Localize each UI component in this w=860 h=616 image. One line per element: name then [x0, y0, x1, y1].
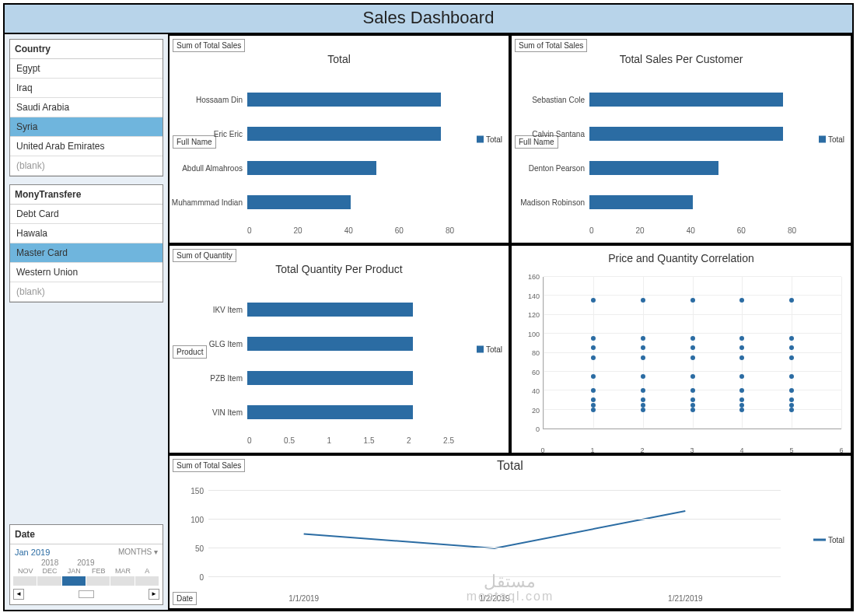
date-month-label: A [135, 567, 159, 575]
scatter-point [591, 403, 596, 408]
x-tick-label: 2.5 [443, 436, 454, 445]
x-tick-label: 20 [294, 226, 302, 235]
bar-category-label: IKV Item [170, 306, 247, 314]
line-series [304, 511, 686, 548]
scatter-point [591, 388, 596, 393]
x-tick-label: 1/21/2019 [668, 594, 703, 603]
date-month-label: MAR [110, 567, 135, 575]
date-month-label: DEC [37, 567, 61, 575]
chart-total-title: Total [170, 53, 509, 65]
sidebar: Country EgyptIraqSaudi ArabiaSyriaUnited… [5, 34, 168, 610]
date-scroll-handle[interactable] [79, 590, 94, 598]
slicer-country-item[interactable]: United Arab Emirates [10, 137, 163, 156]
bar-category-label: Sebastian Cole [512, 96, 589, 104]
bar [247, 195, 351, 209]
x-tick-label: 20 [636, 226, 645, 235]
bar [247, 303, 413, 317]
scatter-point [690, 397, 695, 402]
scatter-point [641, 355, 645, 360]
charts-area: Sum of Total Sales Total Full Name Total… [168, 34, 852, 610]
chart-total-panel: Sum of Total Sales Total Full Name Total… [168, 34, 510, 244]
slicer-country-item[interactable]: Egypt [10, 59, 163, 79]
x-tick-label: 2 [407, 436, 411, 445]
scatter-point [690, 408, 695, 412]
bar [247, 161, 376, 175]
x-tick-label: 1.5 [364, 436, 375, 445]
chart-line-axis-label: Date [173, 592, 197, 605]
bar-category-label: Denton Pearson [512, 164, 589, 173]
date-year-0: 2018 [41, 558, 58, 567]
chart-total-legend: Total [477, 135, 502, 144]
slicer-country-item[interactable]: Iraq [10, 79, 163, 98]
slicer-money-item[interactable]: Western Union [10, 263, 163, 282]
slicer-country-item[interactable]: Syria [10, 117, 163, 137]
line-plot-area [208, 491, 781, 577]
slicer-money: MonyTransfere Debt CardHawalaMaster Card… [9, 184, 163, 303]
scatter-point [641, 298, 645, 303]
x-tick-label: 0 [589, 226, 594, 235]
chart-quantity-title: Total Quantity Per Product [170, 263, 509, 275]
scatter-point [641, 408, 645, 412]
bar [247, 371, 413, 385]
scatter-point [641, 397, 645, 402]
date-timeline[interactable] [13, 576, 159, 586]
chart-customer-panel: Sum of Total Sales Total Sales Per Custo… [510, 34, 852, 244]
x-tick-label: 1 [590, 446, 594, 454]
bar-category-label: VIN Item [170, 408, 247, 417]
scatter-point [641, 403, 645, 408]
slicer-country-item[interactable]: Saudi Arabia [10, 98, 163, 117]
date-prev-button[interactable]: ◄ [13, 589, 24, 600]
slicer-money-item[interactable]: Hawala [10, 224, 163, 243]
scatter-point [789, 355, 794, 360]
scatter-point [789, 374, 794, 379]
scatter-point [739, 336, 744, 341]
x-tick-label: 6 [839, 446, 843, 454]
slicer-money-item[interactable]: Debt Card [10, 205, 163, 224]
scatter-point [591, 374, 596, 379]
x-tick-label: 80 [446, 226, 454, 235]
x-tick-label: 2 [640, 446, 644, 454]
slicer-country-item[interactable]: (blank) [10, 156, 163, 176]
x-tick-label: 1 [327, 436, 332, 445]
slicer-money-item[interactable]: Master Card [10, 243, 163, 263]
x-tick-label: 1/2/2019 [480, 594, 510, 603]
bar-category-label: Madison Robinson [512, 198, 589, 207]
y-tick-label: 100 [191, 516, 204, 524]
bar [589, 161, 718, 175]
bar-category-label: PZB Item [170, 374, 247, 383]
date-unit-toggle[interactable]: MONTHS ▾ [118, 548, 158, 557]
chart-customer-legend: Total [819, 135, 844, 144]
bar-category-label: Abdull Almahroos [170, 164, 247, 173]
y-tick-label: 50 [195, 544, 204, 553]
scatter-point [739, 397, 744, 402]
scatter-point [789, 408, 794, 412]
date-next-button[interactable]: ► [149, 589, 159, 600]
y-tick-label: 100 [528, 331, 540, 338]
slicer-date-header: Date [10, 525, 163, 544]
scatter-point [690, 374, 695, 379]
bar [247, 405, 413, 419]
chart-scatter-title: Price and Quantity Correlation [512, 252, 851, 264]
y-tick-label: 140 [528, 292, 540, 300]
bar [247, 337, 413, 351]
y-tick-label: 0 [536, 425, 540, 433]
scatter-point [690, 388, 695, 393]
x-tick-label: 0.5 [284, 436, 295, 445]
scatter-point [739, 408, 744, 412]
y-tick-label: 0 [199, 573, 204, 582]
bar [589, 195, 693, 209]
date-month-label: NOV [13, 567, 37, 575]
y-tick-label: 20 [532, 407, 540, 415]
slicer-money-item[interactable]: (blank) [10, 282, 163, 302]
x-tick-label: 0 [540, 446, 544, 454]
y-tick-label: 40 [532, 387, 540, 395]
x-tick-label: 60 [737, 226, 746, 235]
scatter-point [591, 345, 596, 350]
date-month-label: JAN [62, 567, 86, 575]
bar [247, 127, 441, 141]
scatter-point [739, 374, 744, 379]
chart-line-panel: Sum of Total Sales Total Total 050100150… [168, 454, 852, 610]
x-tick-label: 3 [690, 446, 694, 454]
slicer-country: Country EgyptIraqSaudi ArabiaSyriaUnited… [9, 39, 163, 177]
chart-line-title: Total [170, 459, 851, 473]
